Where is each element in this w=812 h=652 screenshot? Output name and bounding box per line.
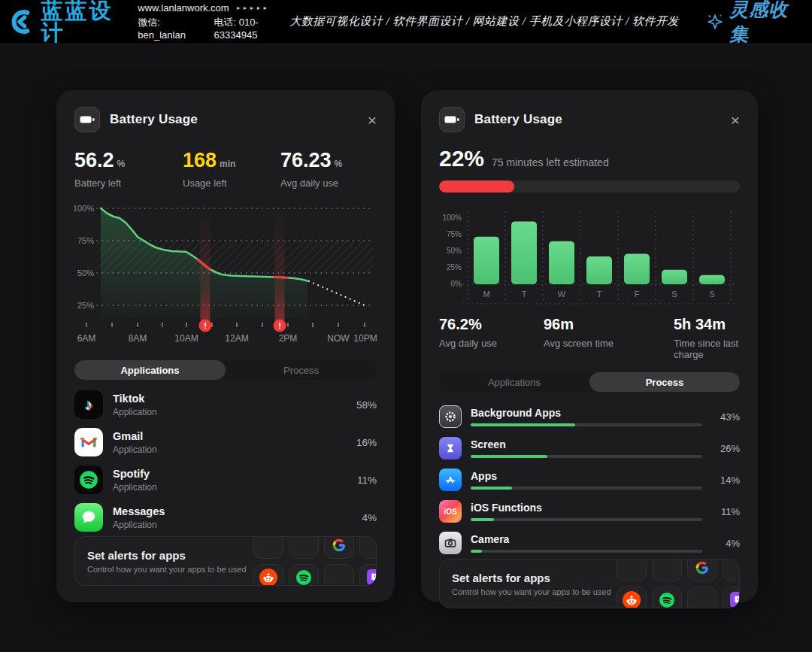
close-icon[interactable]: ×: [731, 112, 740, 128]
stat-time-since-charge: 5h 34m Time since last charge: [674, 316, 740, 360]
tab-bar: Applications Process: [74, 360, 377, 380]
app-type: Application: [113, 520, 165, 530]
app-percent: 11%: [357, 475, 377, 486]
svg-text:T: T: [522, 290, 527, 299]
empty-tile[interactable]: [324, 564, 354, 587]
battery-icon: [439, 107, 465, 132]
battery-progress-fill: [439, 180, 514, 193]
tab-process[interactable]: Process: [226, 360, 377, 380]
phone-text: 电话: 010-63334945: [214, 16, 290, 41]
stat-value: 76.2%: [439, 316, 544, 333]
twitch-tile[interactable]: [723, 587, 740, 609]
set-alerts-panel[interactable]: Set alerts for apps Control how you want…: [74, 536, 377, 586]
svg-text:10AM: 10AM: [174, 333, 198, 344]
process-percent: 26%: [711, 443, 740, 454]
spotify-tile[interactable]: [289, 564, 319, 587]
process-name: Camera: [471, 533, 702, 545]
stats-row: 56.2% Battery left 168min Usage left 76.…: [74, 149, 377, 189]
list-item-messages[interactable]: Messages Application 4%: [74, 499, 377, 536]
twitch-tile[interactable]: [359, 564, 377, 587]
close-icon[interactable]: ×: [368, 112, 377, 128]
tab-process[interactable]: Process: [589, 372, 740, 392]
svg-text:NOW: NOW: [327, 333, 350, 344]
svg-text:S: S: [709, 290, 714, 299]
process-name: iOS Functions: [471, 502, 702, 514]
inspiration-collect[interactable]: 灵感收集: [706, 0, 797, 47]
stat-avg-daily-use: 76.23% Avg daily use: [280, 149, 377, 189]
settings-gear-icon: [439, 405, 462, 428]
brand-name: 蓝蓝设计: [41, 0, 125, 44]
process-percent: 4%: [711, 538, 740, 549]
spotify-icon: [659, 592, 675, 608]
svg-text:12AM: 12AM: [225, 333, 248, 344]
reddit-icon: [623, 591, 641, 609]
app-percent: 4%: [362, 512, 377, 523]
stat-avg-screen-time: 96m Avg screen time: [544, 316, 674, 360]
app-tile-grid: [253, 536, 377, 586]
google-tile[interactable]: [687, 559, 717, 581]
camera-icon: [439, 532, 462, 554]
website-link[interactable]: www.lanlanwork.com: [138, 2, 229, 14]
list-item-screen[interactable]: Screen 26%: [439, 432, 740, 464]
process-percent: 43%: [711, 411, 740, 423]
arrows-decor: ►►►►►: [236, 5, 270, 11]
svg-text:25%: 25%: [447, 263, 462, 271]
empty-tile[interactable]: [253, 536, 283, 559]
list-item-tiktok[interactable]: ♪ Tiktok Application 58%: [74, 386, 377, 423]
weekly-usage-bar-chart: 100% 75% 50% 25% 0% M T W T F S S: [439, 206, 740, 310]
app-name: Spotify: [113, 468, 157, 480]
battery-line-chart: 100% 75% 50% 25% ! !: [74, 198, 377, 351]
svg-text:50%: 50%: [77, 268, 94, 277]
svg-text:100%: 100%: [74, 204, 94, 213]
list-item-spotify[interactable]: Spotify Application 11%: [74, 461, 377, 499]
wechat-text: 微信: ben_lanlan: [138, 16, 200, 41]
spotify-icon: [74, 465, 103, 494]
stat-label: Battery left: [74, 177, 183, 189]
stat-unit: min: [220, 159, 235, 169]
stat-value: 56.2: [74, 149, 114, 171]
spotify-tile[interactable]: [652, 587, 682, 609]
reddit-tile[interactable]: [253, 564, 283, 587]
reddit-tile[interactable]: [617, 587, 647, 609]
promo-header: 蓝蓝设计 www.lanlanwork.com ►►►►► 微信: ben_la…: [0, 0, 812, 43]
list-item-apps[interactable]: Apps 14%: [439, 464, 740, 496]
battery-estimate: 75 minutes left estimated: [492, 156, 609, 168]
empty-tile[interactable]: [723, 559, 740, 581]
app-name: Messages: [113, 505, 165, 517]
stat-value: 168: [183, 149, 217, 171]
set-alerts-title: Set alerts for apps: [452, 572, 611, 584]
google-tile[interactable]: [324, 536, 354, 559]
svg-text:F: F: [635, 290, 640, 299]
empty-tile[interactable]: [359, 536, 377, 559]
svg-text:25%: 25%: [77, 301, 94, 310]
tab-applications[interactable]: Applications: [74, 360, 226, 380]
process-percent: 11%: [711, 506, 740, 517]
reddit-icon: [259, 569, 277, 587]
empty-tile[interactable]: [652, 559, 682, 581]
tab-bar: Applications Process: [439, 372, 740, 392]
list-item-gmail[interactable]: Gmail Application 16%: [74, 423, 377, 461]
tab-applications[interactable]: Applications: [439, 372, 589, 392]
empty-tile[interactable]: [289, 536, 319, 559]
svg-text:75%: 75%: [77, 236, 94, 245]
process-name: Screen: [471, 438, 702, 450]
svg-text:2PM: 2PM: [279, 333, 298, 344]
empty-tile[interactable]: [687, 587, 717, 609]
stat-value: 5h 34m: [674, 316, 740, 333]
set-alerts-panel[interactable]: Set alerts for apps Control how you want…: [439, 559, 740, 608]
svg-text:10PM: 10PM: [353, 333, 377, 344]
process-progress-fill: [471, 518, 494, 521]
list-item-background-apps[interactable]: Background Apps 43%: [439, 401, 740, 432]
list-item-ios-functions[interactable]: iOS iOS Functions 11%: [439, 496, 740, 527]
tiktok-icon: ♪: [74, 390, 103, 419]
stat-value: 96m: [544, 316, 674, 333]
brand-logo[interactable]: 蓝蓝设计: [9, 0, 124, 44]
empty-tile[interactable]: [617, 559, 647, 581]
list-item-camera[interactable]: Camera 4%: [439, 527, 740, 559]
twitch-icon: [730, 592, 741, 608]
stat-unit: %: [117, 159, 126, 169]
app-type: Application: [113, 482, 157, 493]
process-name: Background Apps: [471, 407, 702, 419]
set-alerts-title: Set alerts for apps: [87, 549, 247, 562]
ios-icon: iOS: [439, 500, 462, 523]
